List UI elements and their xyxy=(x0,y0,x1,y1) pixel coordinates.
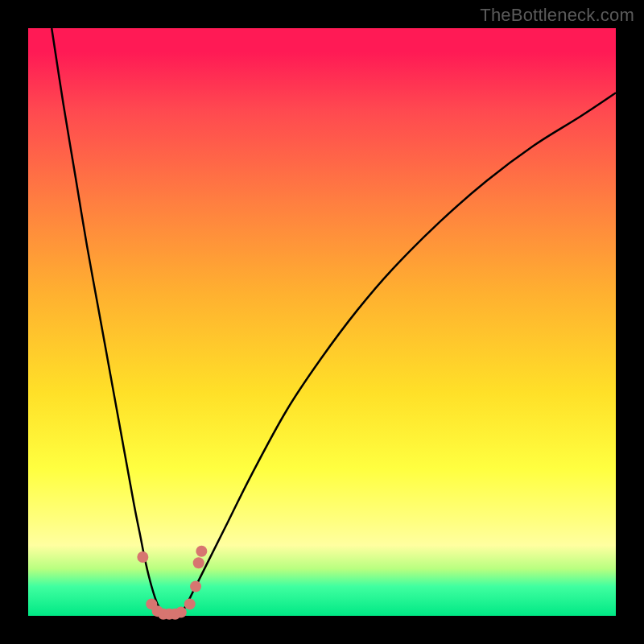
bottleneck-curve-svg xyxy=(28,28,616,616)
plot-area xyxy=(28,28,616,616)
chart-frame: TheBottleneck.com xyxy=(0,0,644,644)
marker-dot xyxy=(184,598,196,609)
marker-dot xyxy=(190,581,201,592)
marker-dot xyxy=(175,607,187,618)
attribution-watermark: TheBottleneck.com xyxy=(480,5,634,26)
bottleneck-curve xyxy=(52,28,616,616)
marker-dot xyxy=(196,546,207,557)
marker-dot xyxy=(137,551,148,563)
marker-cluster xyxy=(137,546,207,620)
marker-dot xyxy=(193,557,204,568)
